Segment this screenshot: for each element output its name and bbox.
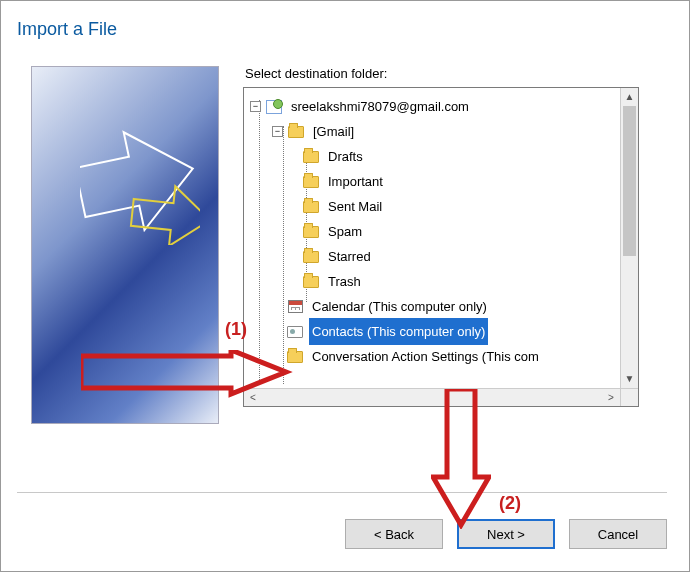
contacts-icon [286,325,304,339]
folder-icon [302,175,320,189]
account-icon [265,100,283,114]
tree-label: Sent Mail [325,193,385,220]
svg-marker-1 [129,182,200,245]
tree-label: [Gmail] [310,118,357,145]
tree-label: Calendar (This computer only) [309,293,490,320]
tree-root: − sreelakshmi78079@gmail.com − [Gmail] D… [246,90,618,369]
scroll-up-icon[interactable]: ▲ [621,88,638,106]
tree-node-conversation-settings[interactable]: Conversation Action Settings (This com [286,344,618,369]
arrow-graphic-icon [80,125,200,245]
folder-tree[interactable]: − sreelakshmi78079@gmail.com − [Gmail] D… [243,87,639,407]
tree-scroll-area: − sreelakshmi78079@gmail.com − [Gmail] D… [246,90,618,386]
tree-node-calendar[interactable]: Calendar (This computer only) [286,294,618,319]
collapse-toggle-icon[interactable]: − [250,101,261,112]
scroll-down-icon[interactable]: ▼ [621,370,638,388]
tree-node-contacts[interactable]: Contacts (This computer only) [286,319,618,344]
folder-icon [302,150,320,164]
folder-icon [287,125,305,139]
right-pane: Select destination folder: − sreelakshmi… [243,66,665,424]
scroll-thumb[interactable] [623,106,636,256]
tree-node-gmail[interactable]: − [Gmail] [272,119,618,144]
folder-icon [302,250,320,264]
tree-label: sreelakshmi78079@gmail.com [288,93,472,120]
dialog-title: Import a File [1,1,689,40]
destination-folder-label: Select destination folder: [245,66,665,81]
tree-label: Starred [325,243,374,270]
scroll-right-icon[interactable]: > [602,389,620,406]
scroll-left-icon[interactable]: < [244,389,262,406]
tree-node-important[interactable]: Important [302,169,618,194]
next-button[interactable]: Next > [457,519,555,549]
dialog-buttons: < Back Next > Cancel [345,519,667,549]
folder-icon [302,275,320,289]
folder-icon [302,200,320,214]
back-button[interactable]: < Back [345,519,443,549]
horizontal-scrollbar[interactable]: < > [244,388,620,406]
tree-node-sent-mail[interactable]: Sent Mail [302,194,618,219]
dialog-content: Select destination folder: − sreelakshmi… [1,40,689,424]
folder-icon [302,225,320,239]
collapse-toggle-icon[interactable]: − [272,126,283,137]
tree-label: Important [325,168,386,195]
tree-node-starred[interactable]: Starred [302,244,618,269]
import-file-dialog: Import a File Select destination folder:… [0,0,690,572]
wizard-graphic [31,66,219,424]
tree-node-account[interactable]: − sreelakshmi78079@gmail.com [250,94,618,119]
tree-label: Contacts (This computer only) [309,318,488,345]
cancel-button[interactable]: Cancel [569,519,667,549]
tree-label: Trash [325,268,364,295]
vertical-scrollbar[interactable]: ▲ ▼ [620,88,638,388]
tree-label: Spam [325,218,365,245]
folder-icon [286,350,304,364]
divider [17,492,667,493]
tree-node-spam[interactable]: Spam [302,219,618,244]
tree-label: Conversation Action Settings (This com [309,343,542,370]
scroll-corner [620,388,638,406]
tree-label: Drafts [325,143,366,170]
calendar-icon [286,300,304,314]
tree-node-trash[interactable]: Trash [302,269,618,294]
svg-marker-0 [80,125,200,241]
annotation-number-2: (2) [499,493,521,514]
tree-node-drafts[interactable]: Drafts [302,144,618,169]
